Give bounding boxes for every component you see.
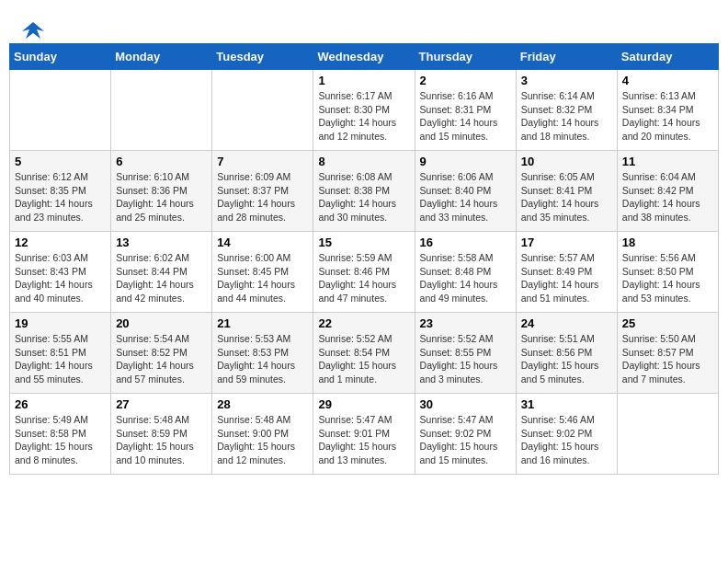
day-number: 20 — [116, 316, 207, 330]
day-number: 24 — [521, 316, 612, 330]
day-content: Sunrise: 5:50 AM Sunset: 8:57 PM Dayligh… — [622, 332, 713, 386]
calendar-day-cell: 8Sunrise: 6:08 AM Sunset: 8:38 PM Daylig… — [313, 151, 415, 232]
empty-cell — [212, 70, 313, 151]
column-header-monday: Monday — [111, 44, 212, 70]
calendar-day-cell: 30Sunrise: 5:47 AM Sunset: 9:02 PM Dayli… — [415, 394, 516, 475]
day-number: 15 — [318, 236, 409, 249]
day-content: Sunrise: 6:13 AM Sunset: 8:34 PM Dayligh… — [622, 89, 713, 144]
calendar-day-cell: 27Sunrise: 5:48 AM Sunset: 8:59 PM Dayli… — [111, 394, 212, 475]
day-content: Sunrise: 5:49 AM Sunset: 8:58 PM Dayligh… — [15, 413, 106, 467]
day-number: 7 — [217, 155, 308, 168]
calendar-day-cell: 15Sunrise: 5:59 AM Sunset: 8:46 PM Dayli… — [313, 232, 415, 313]
day-number: 5 — [15, 155, 106, 168]
calendar-day-cell: 12Sunrise: 6:03 AM Sunset: 8:43 PM Dayli… — [10, 232, 111, 313]
calendar-day-cell: 22Sunrise: 5:52 AM Sunset: 8:54 PM Dayli… — [313, 313, 415, 394]
calendar-day-cell: 3Sunrise: 6:14 AM Sunset: 8:32 PM Daylig… — [516, 70, 617, 151]
calendar-table: SundayMondayTuesdayWednesdayThursdayFrid… — [9, 43, 719, 475]
day-content: Sunrise: 6:10 AM Sunset: 8:36 PM Dayligh… — [116, 170, 207, 224]
calendar-day-cell: 5Sunrise: 6:12 AM Sunset: 8:35 PM Daylig… — [10, 151, 111, 232]
calendar-day-cell: 26Sunrise: 5:49 AM Sunset: 8:58 PM Dayli… — [10, 394, 111, 475]
day-number: 26 — [15, 397, 106, 411]
day-number: 31 — [521, 397, 612, 411]
calendar-header-row: SundayMondayTuesdayWednesdayThursdayFrid… — [10, 44, 719, 70]
day-number: 9 — [420, 155, 511, 168]
day-content: Sunrise: 6:06 AM Sunset: 8:40 PM Dayligh… — [420, 170, 511, 224]
calendar-day-cell: 2Sunrise: 6:16 AM Sunset: 8:31 PM Daylig… — [415, 70, 516, 151]
calendar-day-cell: 14Sunrise: 6:00 AM Sunset: 8:45 PM Dayli… — [212, 232, 313, 313]
calendar-day-cell: 25Sunrise: 5:50 AM Sunset: 8:57 PM Dayli… — [617, 313, 718, 394]
empty-cell — [10, 70, 111, 151]
day-content: Sunrise: 6:08 AM Sunset: 8:38 PM Dayligh… — [318, 170, 409, 224]
day-content: Sunrise: 5:54 AM Sunset: 8:52 PM Dayligh… — [116, 332, 207, 386]
day-number: 16 — [420, 236, 511, 249]
calendar-week-row: 19Sunrise: 5:55 AM Sunset: 8:51 PM Dayli… — [10, 313, 719, 394]
calendar-day-cell: 4Sunrise: 6:13 AM Sunset: 8:34 PM Daylig… — [617, 70, 718, 151]
day-content: Sunrise: 6:17 AM Sunset: 8:30 PM Dayligh… — [318, 89, 409, 144]
column-header-friday: Friday — [516, 44, 617, 70]
calendar-day-cell: 13Sunrise: 6:02 AM Sunset: 8:44 PM Dayli… — [111, 232, 212, 313]
calendar-day-cell: 6Sunrise: 6:10 AM Sunset: 8:36 PM Daylig… — [111, 151, 212, 232]
calendar-day-cell: 16Sunrise: 5:58 AM Sunset: 8:48 PM Dayli… — [415, 232, 516, 313]
day-number: 19 — [15, 316, 106, 330]
day-number: 29 — [318, 397, 409, 411]
day-content: Sunrise: 6:04 AM Sunset: 8:42 PM Dayligh… — [622, 170, 713, 224]
calendar-day-cell: 31Sunrise: 5:46 AM Sunset: 9:02 PM Dayli… — [516, 394, 617, 475]
day-content: Sunrise: 5:48 AM Sunset: 9:00 PM Dayligh… — [217, 413, 308, 467]
calendar-day-cell: 10Sunrise: 6:05 AM Sunset: 8:41 PM Dayli… — [516, 151, 617, 232]
day-content: Sunrise: 5:52 AM Sunset: 8:54 PM Dayligh… — [318, 332, 409, 386]
logo — [18, 18, 46, 39]
column-header-wednesday: Wednesday — [313, 44, 415, 70]
day-content: Sunrise: 6:09 AM Sunset: 8:37 PM Dayligh… — [217, 170, 308, 224]
column-header-tuesday: Tuesday — [212, 44, 313, 70]
day-content: Sunrise: 5:47 AM Sunset: 9:02 PM Dayligh… — [420, 413, 511, 467]
calendar-week-row: 1Sunrise: 6:17 AM Sunset: 8:30 PM Daylig… — [10, 70, 719, 151]
day-number: 4 — [622, 74, 713, 87]
day-number: 12 — [15, 236, 106, 249]
calendar-day-cell: 20Sunrise: 5:54 AM Sunset: 8:52 PM Dayli… — [111, 313, 212, 394]
day-number: 14 — [217, 236, 308, 249]
day-number: 27 — [116, 397, 207, 411]
calendar-day-cell: 28Sunrise: 5:48 AM Sunset: 9:00 PM Dayli… — [212, 394, 313, 475]
day-number: 10 — [521, 155, 612, 168]
day-content: Sunrise: 6:00 AM Sunset: 8:45 PM Dayligh… — [217, 251, 308, 305]
day-content: Sunrise: 5:47 AM Sunset: 9:01 PM Dayligh… — [318, 413, 409, 467]
calendar-week-row: 12Sunrise: 6:03 AM Sunset: 8:43 PM Dayli… — [10, 232, 719, 313]
calendar-day-cell: 24Sunrise: 5:51 AM Sunset: 8:56 PM Dayli… — [516, 313, 617, 394]
calendar-day-cell: 23Sunrise: 5:52 AM Sunset: 8:55 PM Dayli… — [415, 313, 516, 394]
day-content: Sunrise: 5:48 AM Sunset: 8:59 PM Dayligh… — [116, 413, 207, 467]
svg-marker-0 — [22, 22, 44, 39]
day-number: 1 — [318, 74, 409, 87]
logo-bird-icon — [20, 18, 46, 44]
day-number: 25 — [622, 316, 713, 330]
day-number: 8 — [318, 155, 409, 168]
day-number: 23 — [420, 316, 511, 330]
day-content: Sunrise: 6:14 AM Sunset: 8:32 PM Dayligh… — [521, 89, 612, 144]
empty-cell — [617, 394, 718, 475]
day-content: Sunrise: 6:02 AM Sunset: 8:44 PM Dayligh… — [116, 251, 207, 305]
calendar-day-cell: 11Sunrise: 6:04 AM Sunset: 8:42 PM Dayli… — [617, 151, 718, 232]
day-number: 28 — [217, 397, 308, 411]
day-content: Sunrise: 5:57 AM Sunset: 8:49 PM Dayligh… — [521, 251, 612, 305]
calendar-day-cell: 21Sunrise: 5:53 AM Sunset: 8:53 PM Dayli… — [212, 313, 313, 394]
empty-cell — [111, 70, 212, 151]
day-number: 2 — [420, 74, 511, 87]
day-number: 22 — [318, 316, 409, 330]
day-content: Sunrise: 6:12 AM Sunset: 8:35 PM Dayligh… — [15, 170, 106, 224]
calendar-day-cell: 29Sunrise: 5:47 AM Sunset: 9:01 PM Dayli… — [313, 394, 415, 475]
calendar-day-cell: 1Sunrise: 6:17 AM Sunset: 8:30 PM Daylig… — [313, 70, 415, 151]
calendar-day-cell: 7Sunrise: 6:09 AM Sunset: 8:37 PM Daylig… — [212, 151, 313, 232]
day-content: Sunrise: 6:05 AM Sunset: 8:41 PM Dayligh… — [521, 170, 612, 224]
day-content: Sunrise: 5:56 AM Sunset: 8:50 PM Dayligh… — [622, 251, 713, 305]
day-content: Sunrise: 5:59 AM Sunset: 8:46 PM Dayligh… — [318, 251, 409, 305]
calendar-day-cell: 17Sunrise: 5:57 AM Sunset: 8:49 PM Dayli… — [516, 232, 617, 313]
day-content: Sunrise: 5:55 AM Sunset: 8:51 PM Dayligh… — [15, 332, 106, 386]
calendar-week-row: 5Sunrise: 6:12 AM Sunset: 8:35 PM Daylig… — [10, 151, 719, 232]
calendar-day-cell: 19Sunrise: 5:55 AM Sunset: 8:51 PM Dayli… — [10, 313, 111, 394]
calendar-day-cell: 18Sunrise: 5:56 AM Sunset: 8:50 PM Dayli… — [617, 232, 718, 313]
day-number: 21 — [217, 316, 308, 330]
day-content: Sunrise: 6:03 AM Sunset: 8:43 PM Dayligh… — [15, 251, 106, 305]
day-number: 6 — [116, 155, 207, 168]
day-number: 30 — [420, 397, 511, 411]
day-content: Sunrise: 5:58 AM Sunset: 8:48 PM Dayligh… — [420, 251, 511, 305]
day-content: Sunrise: 5:46 AM Sunset: 9:02 PM Dayligh… — [521, 413, 612, 467]
